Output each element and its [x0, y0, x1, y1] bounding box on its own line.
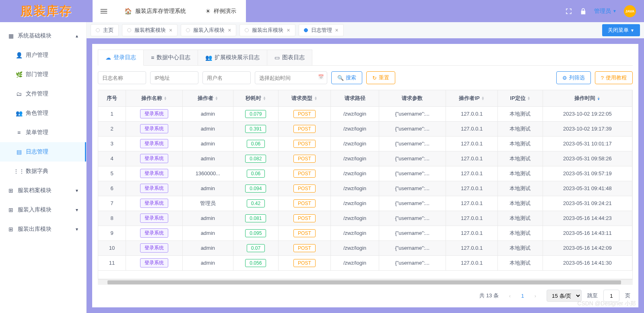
cell-params: {"username":...: [379, 106, 446, 121]
sort-icon: ▲▼: [597, 96, 600, 100]
jump-label: 跳至: [587, 292, 598, 299]
tab-2[interactable]: 服装入库模块×: [181, 24, 236, 36]
column-filter-button[interactable]: ⚙ 列筛选: [556, 71, 591, 84]
tab-label: 服装入库模块: [193, 27, 225, 34]
top-tab-1[interactable]: ☀样例演示: [196, 0, 246, 22]
column-header[interactable]: 操作者▲▼: [182, 90, 233, 106]
sidebar-item-10[interactable]: ⊞服装出库模块▾: [0, 220, 86, 239]
close-icon[interactable]: ×: [335, 27, 339, 33]
column-header: 序号: [98, 90, 126, 106]
column-header[interactable]: 请求类型▲▼: [278, 90, 331, 106]
sidebar-item-7[interactable]: ⋮⋮数据字典: [0, 162, 86, 181]
gear-icon: ⚙: [562, 75, 567, 81]
column-header[interactable]: 秒耗时▲▼: [233, 90, 278, 106]
top-tab-0[interactable]: 🏠服装店库存管理系统: [115, 0, 196, 22]
cost-tag: 0.081: [245, 214, 266, 222]
page-number[interactable]: 1: [521, 293, 524, 299]
column-header[interactable]: 操作时间▲▼: [543, 90, 632, 106]
op-tag: 登录系统: [140, 214, 168, 223]
lock-icon[interactable]: [580, 8, 587, 15]
sidebar-item-0[interactable]: ▦系统基础模块▴: [0, 26, 86, 46]
close-icon[interactable]: ×: [169, 27, 172, 33]
cell-time: 2023-10-02 19:22:05: [543, 106, 632, 121]
date-input[interactable]: [255, 71, 327, 84]
tab-0[interactable]: 主页: [91, 24, 119, 36]
cell-path: /zwz/login: [331, 240, 379, 255]
cell-idx: 6: [98, 181, 126, 196]
sub-tab-2[interactable]: 👥扩展模块展示日志: [198, 50, 267, 65]
reset-button[interactable]: ↻ 重置: [366, 71, 395, 84]
user-input[interactable]: [202, 71, 251, 84]
sub-tab-0[interactable]: ☁登录日志: [98, 50, 144, 66]
table-row: 5 登录系统 1360000... 0.06 POST /zwz/login {…: [98, 166, 632, 181]
sidebar-item-2[interactable]: 🌿部门管理: [0, 65, 86, 84]
ip-input[interactable]: [150, 71, 198, 84]
tab-label: 服装档案模块: [134, 27, 166, 34]
sidebar-item-label: 数据字典: [26, 168, 48, 175]
op-tag: 登录系统: [140, 228, 168, 238]
content-panel: ☁登录日志≡数据中心日志👥扩展模块展示日志▭图表日志 🔍 搜索 ↻ 重置: [92, 44, 638, 307]
table-row: 11 登录系统 admin 0.056 POST /zwz/login {"us…: [98, 255, 632, 270]
sub-tab-1[interactable]: ≡数据中心日志: [143, 50, 198, 65]
menu-toggle[interactable]: [93, 0, 115, 22]
sidebar-item-5[interactable]: ≡菜单管理: [0, 123, 86, 142]
search-button[interactable]: 🔍 搜索: [331, 71, 362, 84]
sidebar-item-label: 部门管理: [26, 71, 48, 78]
cost-tag: 0.391: [245, 125, 266, 133]
tab-1[interactable]: 服装档案模块×: [122, 24, 178, 36]
log-name-input[interactable]: [98, 71, 146, 84]
cell-params: {"username":...: [379, 211, 446, 226]
cell-cost: 0.079: [233, 106, 278, 121]
column-header[interactable]: 操作者IP▲▼: [446, 90, 497, 106]
cell-path: /zwz/login: [331, 121, 379, 136]
page-size-select[interactable]: 15 条/页: [547, 290, 582, 302]
tab-4[interactable]: 日志管理×: [299, 24, 344, 36]
cell-type: POST: [278, 151, 331, 166]
cell-params: {"username":...: [379, 226, 446, 240]
sidebar-item-9[interactable]: ⊞服装入库模块▾: [0, 200, 86, 220]
sidebar-item-8[interactable]: ⊞服装档案模块▾: [0, 181, 86, 200]
sidebar: ▦系统基础模块▴👤用户管理🌿部门管理🗂文件管理👥角色管理≡菜单管理▤日志管理⋮⋮…: [0, 22, 87, 313]
java-badge: JAVA: [624, 5, 636, 17]
sub-tab-3[interactable]: ▭图表日志: [267, 50, 312, 65]
chevron-icon: ▾: [76, 188, 78, 193]
close-menu-button[interactable]: 关闭菜单 ▼: [602, 24, 640, 36]
admin-dropdown[interactable]: 管理员 ▼: [594, 8, 617, 15]
cost-tag: 0.094: [245, 184, 266, 193]
column-header[interactable]: 操作名称▲▼: [126, 90, 182, 106]
sidebar-icon: 🗂: [16, 91, 22, 97]
sidebar-item-4[interactable]: 👥角色管理: [0, 104, 86, 123]
sidebar-item-6[interactable]: ▤日志管理: [0, 142, 86, 162]
cell-path: /zwz/login: [331, 211, 379, 226]
horizontal-scrollbar[interactable]: [98, 279, 633, 285]
cell-type: POST: [278, 240, 331, 255]
fullscreen-icon[interactable]: [565, 8, 572, 15]
prev-page-button[interactable]: ‹: [504, 290, 516, 301]
sidebar-item-3[interactable]: 🗂文件管理: [0, 84, 86, 104]
sort-icon: ▲▼: [527, 96, 530, 100]
sort-icon: ▲▼: [481, 96, 485, 100]
cell-ip: 127.0.0.1: [446, 240, 497, 255]
sub-tabs: ☁登录日志≡数据中心日志👥扩展模块展示日志▭图表日志: [98, 50, 633, 66]
column-header[interactable]: IP定位▲▼: [498, 90, 543, 106]
sidebar-item-1[interactable]: 👤用户管理: [0, 46, 86, 65]
close-icon[interactable]: ×: [287, 27, 290, 33]
cell-time: 2023-05-31 09:58:26: [543, 151, 632, 166]
sub-tab-label: 扩展模块展示日志: [215, 54, 260, 61]
cell-idx: 11: [98, 255, 126, 270]
next-page-button[interactable]: ›: [530, 290, 541, 301]
tab-indicator: [96, 28, 100, 32]
sub-tab-label: 登录日志: [114, 54, 136, 61]
op-tag: 登录系统: [140, 109, 168, 118]
cost-tag: 0.07: [247, 244, 265, 252]
sub-tab-icon: ☁: [105, 54, 111, 61]
cell-op: 登录系统: [126, 136, 182, 151]
guide-button[interactable]: ? 使用教程: [595, 71, 633, 84]
table-row: 3 登录系统 admin 0.06 POST /zwz/login {"user…: [98, 136, 632, 151]
sidebar-item-label: 文件管理: [26, 90, 48, 97]
close-icon[interactable]: ×: [228, 27, 231, 33]
jump-input[interactable]: [603, 290, 619, 302]
cell-ip: 127.0.0.1: [446, 211, 497, 226]
tab-3[interactable]: 服装出库模块×: [239, 24, 295, 36]
cell-params: {"username":...: [379, 121, 446, 136]
